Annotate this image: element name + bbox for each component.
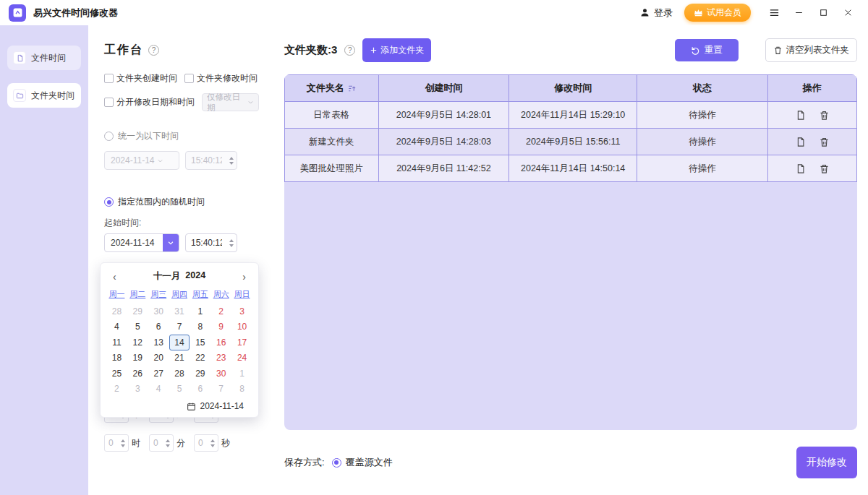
add-folder-button[interactable]: 添加文件夹 xyxy=(362,38,431,62)
calendar-day[interactable]: 21 xyxy=(169,350,190,366)
help-icon[interactable]: ? xyxy=(344,45,355,56)
radio-random-time[interactable]: 指定范围内的随机时间 xyxy=(104,196,259,208)
time-value-input[interactable] xyxy=(186,234,224,251)
calendar-day[interactable]: 17 xyxy=(231,335,252,350)
calendar-day[interactable]: 28 xyxy=(106,304,127,319)
calendar-day[interactable]: 28 xyxy=(169,366,190,382)
calendar-day[interactable]: 29 xyxy=(127,304,148,319)
file-icon[interactable] xyxy=(795,163,806,174)
calendar-day-selected[interactable]: 14 xyxy=(169,335,190,350)
clear-list-button[interactable]: 清空列表文件夹 xyxy=(765,38,858,62)
calendar-day[interactable]: 12 xyxy=(127,335,148,350)
calendar-day[interactable]: 6 xyxy=(148,319,169,335)
calendar-day[interactable]: 31 xyxy=(169,304,190,319)
calendar-day[interactable]: 24 xyxy=(231,350,252,366)
calendar-day[interactable]: 1 xyxy=(190,304,210,319)
time-spinner[interactable] xyxy=(229,152,234,169)
file-icon[interactable] xyxy=(795,110,806,121)
calendar-day[interactable]: 22 xyxy=(190,350,210,366)
calendar-day[interactable]: 4 xyxy=(148,382,169,397)
calendar-day[interactable]: 3 xyxy=(127,382,148,397)
stepper-arrows[interactable] xyxy=(166,435,170,451)
unified-time-input[interactable] xyxy=(185,151,237,170)
calendar-day[interactable]: 7 xyxy=(169,319,190,335)
separate-mode-select[interactable]: 仅修改日期 xyxy=(202,93,259,111)
start-date-input[interactable] xyxy=(104,233,179,252)
calendar-day[interactable]: 15 xyxy=(190,335,210,350)
checkbox-icon[interactable] xyxy=(104,98,114,107)
calendar-day[interactable]: 11 xyxy=(106,335,127,350)
calendar-day[interactable]: 13 xyxy=(148,335,169,350)
calendar-day[interactable]: 25 xyxy=(106,366,127,382)
close-button[interactable] xyxy=(836,4,859,22)
calendar-day[interactable]: 3 xyxy=(231,304,252,319)
time-value-input[interactable] xyxy=(186,152,224,169)
stepper-arrows[interactable] xyxy=(210,435,215,451)
date-value-input[interactable] xyxy=(105,155,157,166)
radio-unified-time[interactable]: 统一为以下时间 xyxy=(104,130,259,142)
calendar-day[interactable]: 8 xyxy=(231,382,252,397)
start-time-input[interactable] xyxy=(185,233,237,252)
calendar-day[interactable]: 20 xyxy=(148,350,169,366)
calendar-day[interactable]: 2 xyxy=(106,382,127,397)
unified-date-input[interactable] xyxy=(104,151,179,170)
calendar-day[interactable]: 9 xyxy=(210,319,231,335)
save-mode-overwrite[interactable]: 覆盖源文件 xyxy=(332,456,393,469)
calendar-day[interactable]: 1 xyxy=(231,366,252,382)
calendar-day[interactable]: 5 xyxy=(127,319,148,335)
calendar-month[interactable]: 十一月 xyxy=(153,270,181,283)
menu-icon[interactable] xyxy=(762,4,786,22)
radio-icon[interactable] xyxy=(332,458,341,468)
checkbox-separate[interactable]: 分开修改日期和时间 xyxy=(104,96,195,108)
checkbox-icon[interactable] xyxy=(104,74,114,83)
hour-stepper[interactable] xyxy=(104,434,129,452)
next-month-button[interactable]: › xyxy=(242,272,246,282)
minimize-button[interactable] xyxy=(787,4,810,22)
calendar-day[interactable]: 23 xyxy=(210,350,231,366)
stepper-input[interactable] xyxy=(195,435,206,451)
calendar-day[interactable]: 4 xyxy=(106,319,127,335)
calendar-day[interactable]: 16 xyxy=(210,335,231,350)
sidebar-item-file-time[interactable]: 文件时间 xyxy=(7,46,81,70)
calendar-day[interactable]: 29 xyxy=(190,366,210,382)
file-icon[interactable] xyxy=(795,137,806,147)
time-spinner[interactable] xyxy=(229,234,234,251)
trial-member-badge[interactable]: 试用会员 xyxy=(684,4,751,22)
calendar-day[interactable]: 10 xyxy=(231,319,252,335)
calendar-day[interactable]: 26 xyxy=(127,366,148,382)
trash-icon[interactable] xyxy=(819,163,830,174)
trash-icon[interactable] xyxy=(819,137,830,147)
calendar-day[interactable]: 30 xyxy=(148,304,169,319)
prev-month-button[interactable]: ‹ xyxy=(113,272,116,282)
calendar-day[interactable]: 27 xyxy=(148,366,169,382)
calendar-footer[interactable]: 2024-11-14 xyxy=(106,401,252,411)
trash-icon[interactable] xyxy=(819,110,830,121)
date-picker-toggle[interactable] xyxy=(163,233,179,252)
calendar-day[interactable]: 18 xyxy=(106,350,127,366)
checkbox-create-time[interactable]: 文件夹创建时间 xyxy=(104,72,177,85)
calendar-day[interactable]: 8 xyxy=(190,319,210,335)
second-stepper[interactable] xyxy=(194,434,218,452)
calendar-day[interactable]: 7 xyxy=(210,382,231,397)
calendar-day[interactable]: 19 xyxy=(127,350,148,366)
minute-stepper[interactable] xyxy=(149,434,174,452)
date-value-input[interactable] xyxy=(105,237,157,249)
start-modify-button[interactable]: 开始修改 xyxy=(796,447,857,478)
help-icon[interactable]: ? xyxy=(148,45,159,56)
calendar-day[interactable]: 6 xyxy=(190,382,210,397)
maximize-button[interactable] xyxy=(812,4,835,22)
sidebar-item-folder-time[interactable]: 文件夹时间 xyxy=(7,83,81,108)
stepper-input[interactable] xyxy=(105,435,116,451)
login-button[interactable]: 登录 xyxy=(639,7,673,20)
checkbox-modify-time[interactable]: 文件夹修改时间 xyxy=(184,72,258,85)
radio-icon[interactable] xyxy=(104,132,114,141)
radio-icon[interactable] xyxy=(104,197,114,207)
sort-icon[interactable] xyxy=(347,84,357,93)
calendar-day[interactable]: 30 xyxy=(210,366,231,382)
checkbox-icon[interactable] xyxy=(184,74,194,83)
calendar-day[interactable]: 2 xyxy=(210,304,231,319)
reset-button[interactable]: 重置 xyxy=(675,39,739,61)
header-folder-name[interactable]: 文件夹名 xyxy=(285,75,379,102)
calendar-day[interactable]: 5 xyxy=(169,382,190,397)
stepper-arrows[interactable] xyxy=(121,435,125,451)
